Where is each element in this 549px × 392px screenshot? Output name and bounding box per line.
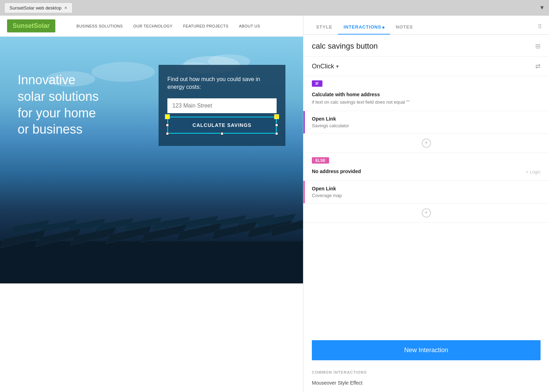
add-logic-row-else: + — [303, 203, 549, 223]
handle-br — [275, 132, 278, 135]
site-nav: SunsetSolar BUSINESS SOLUTIONS OUR TECHN… — [0, 16, 303, 37]
tab-notes[interactable]: NOTES — [390, 20, 419, 35]
open-link-else-description: Coverage map — [312, 193, 542, 198]
panel-settings-button[interactable]: ⊞ — [535, 42, 541, 50]
panel-title: calc savings button — [312, 42, 378, 51]
nav-link-about[interactable]: ABOUT US — [239, 24, 260, 28]
onclick-chevron: ▾ — [336, 63, 339, 69]
app-tab[interactable]: SunsetSolar web desktop × — [4, 2, 73, 13]
logo-text-1: Sunset — [13, 22, 34, 29]
panel-header: calc savings button ⊞ — [303, 35, 549, 57]
nav-link-projects[interactable]: FEATURED PROJECTS — [183, 24, 229, 28]
svg-rect-6 — [0, 241, 303, 283]
open-link-else-title: Open Link — [312, 186, 542, 191]
open-link-if-description: Savings calculator — [312, 123, 542, 128]
else-badge: ELSE — [312, 157, 329, 164]
canvas-area: SunsetSolar BUSINESS SOLUTIONS OUR TECHN… — [0, 16, 303, 392]
common-interactions-section: COMMON INTERACTIONS Mouseover Style Effe… — [303, 366, 549, 392]
common-interaction-mouseover[interactable]: Mouseover Style Effect — [312, 378, 541, 388]
calculator-box: Find out how much you could save in ener… — [159, 65, 285, 146]
calc-savings-button[interactable]: CALCULATE SAVINGS — [167, 117, 277, 134]
dropdown-icon[interactable]: ▼ — [539, 5, 545, 11]
onclick-row: OnClick ▾ ⇄ — [303, 57, 549, 76]
if-section-header: IF — [303, 76, 549, 87]
onclick-branch-icon[interactable]: ⇄ — [535, 62, 541, 70]
common-interactions-title: COMMON INTERACTIONS — [312, 370, 541, 374]
if-block-description: if text on calc savings text field does … — [312, 99, 541, 106]
nav-link-technology[interactable]: OUR TECHNOLOGY — [133, 24, 172, 28]
panel-tabs: STYLE INTERACTIONS NOTES ⠿ — [303, 16, 549, 35]
hero-section: Innovativesolar solutionsfor your homeor… — [0, 37, 303, 283]
hero-background: Innovativesolar solutionsfor your homeor… — [0, 37, 303, 283]
new-interaction-button[interactable]: New Interaction — [312, 340, 541, 360]
handle-bc — [221, 132, 223, 135]
else-block: No address provided + Logic — [303, 164, 549, 181]
site-nav-links: BUSINESS SOLUTIONS OUR TECHNOLOGY FEATUR… — [76, 24, 260, 28]
if-badge: IF — [312, 80, 322, 87]
handle-bl — [166, 132, 169, 135]
nav-link-business[interactable]: BUSINESS SOLUTIONS — [76, 24, 123, 28]
right-panel: STYLE INTERACTIONS NOTES ⠿ calc savings … — [303, 16, 549, 392]
if-block: Calculate with home address if text on c… — [303, 87, 549, 111]
handle-yellow-tl: ▼ — [165, 114, 170, 119]
calc-box-title: Find out how much you could save in ener… — [167, 75, 277, 91]
main-content: SunsetSolar BUSINESS SOLUTIONS OUR TECHN… — [0, 16, 549, 392]
open-link-else-block: Open Link Coverage map — [303, 181, 549, 203]
else-block-title: No address provided — [312, 169, 361, 174]
svg-point-5 — [92, 62, 155, 82]
open-link-if-title: Open Link — [312, 116, 542, 122]
panel-settings-tab-icon[interactable]: ⠿ — [538, 23, 542, 34]
if-block-title: Calculate with home address — [312, 92, 541, 97]
handle-mr — [275, 124, 278, 127]
else-section-header: ELSE — [303, 153, 549, 164]
add-logic-button-else[interactable]: + — [422, 208, 431, 218]
add-logic-label[interactable]: + Logic — [526, 169, 541, 174]
website-preview: SunsetSolar BUSINESS SOLUTIONS OUR TECHN… — [0, 16, 303, 392]
handle-yellow-tr: ⚡ — [274, 114, 279, 119]
calc-button-wrapper: ▼ ⚡ CALCULATE SAVINGS — [167, 117, 277, 134]
handle-ml — [166, 124, 169, 127]
tab-interactions[interactable]: INTERACTIONS — [338, 20, 390, 35]
onclick-label[interactable]: OnClick ▾ — [312, 63, 339, 70]
tab-close-button[interactable]: × — [64, 5, 67, 11]
spacer — [303, 223, 549, 333]
interactions-dot — [382, 26, 384, 29]
logo-text-2: Solar — [34, 22, 50, 29]
top-bar: SunsetSolar web desktop × ▼ — [0, 0, 549, 16]
add-logic-row-if: + — [303, 134, 549, 153]
add-logic-button-if[interactable]: + — [422, 139, 431, 148]
open-link-if-block: Open Link Savings calculator — [303, 111, 549, 134]
tab-title: SunsetSolar web desktop — [10, 5, 61, 11]
tab-style[interactable]: STYLE — [310, 20, 338, 35]
hero-headline: Innovativesolar solutionsfor your homeor… — [18, 72, 99, 138]
calc-address-input[interactable] — [167, 98, 277, 113]
site-logo: SunsetSolar — [7, 19, 55, 32]
